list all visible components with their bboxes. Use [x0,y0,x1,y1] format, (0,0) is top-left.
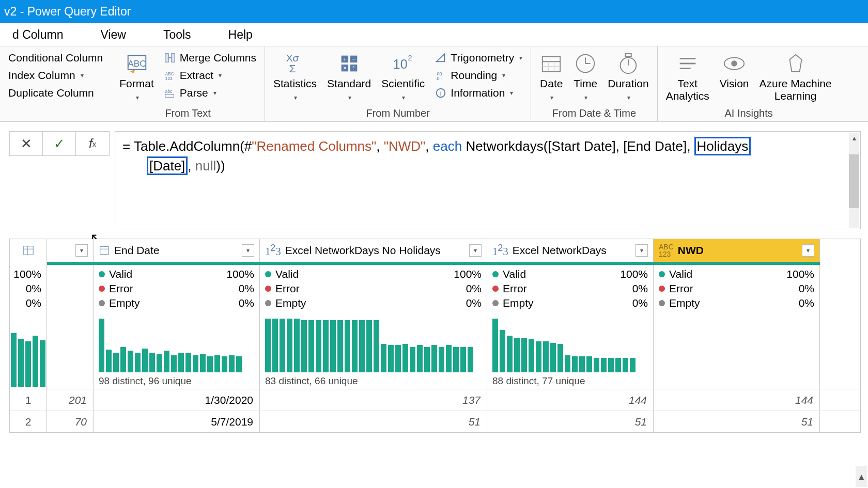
svg-text:Σ: Σ [289,62,296,74]
number-type-icon: 123 [492,243,508,258]
group-ai-insights: AI Insights [661,105,837,120]
svg-rect-24 [542,57,561,72]
merge-columns-icon [164,52,176,64]
svg-text:abc: abc [165,89,172,94]
conditional-column-button[interactable]: Conditional Column [6,51,105,65]
column-quality-row: 100% 0% 0% . Valid Error Empty 100% 0% 0… [10,265,860,312]
table-row[interactable]: 1 201 1/30/2020 137 144 144 [10,389,860,411]
scientific-icon: 102 [391,52,415,75]
svg-text:÷: ÷ [352,65,355,72]
scroll-up-icon[interactable]: ▴ [849,133,859,143]
format-icon: ABC [125,52,149,75]
accept-formula-button[interactable]: ✓ [43,132,76,155]
svg-text:−: − [352,56,355,63]
information-button[interactable]: i Information▾ [433,86,524,100]
extract-icon: ABC123 [164,70,176,81]
standard-button[interactable]: +−×÷ Standard▾ [322,49,376,105]
column-header-networkdays[interactable]: 123 Excel NetworkDays ▾ [487,239,654,262]
fx-button[interactable]: fx [76,132,109,155]
svg-rect-33 [625,54,631,57]
any-type-icon: ABC123 [659,243,674,258]
text-analytics-button[interactable]: TextAnalytics [661,49,715,105]
svg-text:123: 123 [165,76,173,81]
duration-icon [616,52,640,75]
tab-help[interactable]: Help [221,25,260,45]
title-bar: v2 - Power Query Editor [0,0,868,23]
svg-text:×: × [343,65,346,72]
filter-icon[interactable]: ▾ [636,244,648,257]
azure-ml-icon [784,52,808,75]
group-from-number: From Number [268,105,528,120]
grid-corner[interactable] [10,239,47,262]
svg-text:i: i [440,90,442,97]
chevron-down-icon: ▾ [81,72,84,79]
information-icon: i [435,87,446,99]
standard-icon: +−×÷ [337,52,361,75]
tab-add-column[interactable]: d Column [5,25,70,45]
svg-text:+: + [343,56,346,63]
date-icon [539,52,563,75]
duplicate-column-button[interactable]: Duplicate Column [6,86,105,100]
index-column-button[interactable]: Index Column▾ [6,68,105,83]
table-row[interactable]: 2 70 5/7/2019 51 51 51 [10,411,860,432]
scroll-up-button[interactable]: ▴ [856,466,867,487]
tab-view[interactable]: View [93,25,133,45]
svg-rect-40 [23,246,33,255]
formula-scroll-thumb[interactable] [849,154,859,208]
svg-text:10: 10 [393,57,408,71]
tab-tools[interactable]: Tools [156,25,198,45]
column-header-end-date[interactable]: End Date ▾ [94,239,260,262]
svg-rect-2 [165,54,168,62]
merge-columns-button[interactable]: Merge Columns [162,51,258,65]
svg-text:Χσ: Χσ [286,53,299,64]
chevron-down-icon: ▾ [627,94,630,101]
ribbon: Conditional Column Index Column▾ Duplica… [0,46,868,122]
svg-text:ABC: ABC [128,58,146,69]
svg-text:ABC: ABC [165,72,174,76]
formula-highlight-date: [Date] [147,156,188,175]
cancel-formula-button[interactable]: ✕ [10,132,43,155]
chevron-down-icon: ▾ [584,94,587,101]
chevron-down-icon: ▾ [219,72,222,79]
scientific-button[interactable]: 102 Scientific▾ [376,49,430,105]
formula-bar: ✕ ✓ fx = Table.AddColumn(#"Renamed Colum… [9,131,861,229]
format-button[interactable]: ABC Format▾ [114,49,159,105]
formula-highlight-holidays: Holidays [694,137,751,155]
filter-icon[interactable]: ▾ [469,244,482,257]
time-button[interactable]: Time▾ [568,49,602,105]
svg-rect-43 [100,247,109,255]
filter-icon[interactable]: ▾ [75,244,88,257]
svg-rect-3 [172,54,175,62]
trigonometry-button[interactable]: Trigonometry▾ [433,51,524,65]
column-header-nwd[interactable]: ABC123 NWD ▾ [654,239,820,262]
filter-icon[interactable]: ▾ [242,244,254,257]
rounding-button[interactable]: .00.0 Rounding▾ [433,68,524,83]
filter-icon[interactable]: ▾ [802,244,814,257]
svg-text:2: 2 [408,54,412,62]
formula-input[interactable]: = Table.AddColumn(#"Renamed Columns", "N… [115,131,861,229]
column-header-networkdays-noholidays[interactable]: 123 Excel NetworkDays No Holidays ▾ [260,239,487,262]
menu-bar: d Column View Tools Help [0,23,868,46]
duration-button[interactable]: Duration▾ [602,49,654,105]
extract-button[interactable]: ABC123 Extract▾ [162,68,258,83]
trigonometry-icon [435,52,446,64]
rounding-icon: .00.0 [435,70,446,81]
time-icon [574,52,597,75]
statistics-icon: ΧσΣ [283,52,307,75]
chevron-down-icon: ▾ [294,94,297,101]
text-analytics-icon [676,52,700,75]
statistics-button[interactable]: ΧσΣ Statistics▾ [268,49,322,105]
data-grid: ▾ End Date ▾ 123 Excel NetworkDays No Ho… [9,239,861,433]
number-type-icon: 123 [265,243,281,258]
vision-button[interactable]: Vision [715,49,754,93]
svg-rect-7 [165,95,174,98]
parse-icon: abc [164,87,176,99]
chevron-down-icon: ▾ [502,72,505,79]
date-button[interactable]: Date▾ [534,49,568,105]
column-header-blank[interactable]: ▾ [47,239,94,262]
svg-point-39 [731,60,737,67]
parse-button[interactable]: abc Parse▾ [162,86,258,100]
azure-ml-button[interactable]: Azure MachineLearning [754,49,837,105]
column-distribution-row: 98 distinct, 96 unique 83 distinct, 66 u… [10,312,860,389]
group-from-text: From Text [114,105,261,120]
